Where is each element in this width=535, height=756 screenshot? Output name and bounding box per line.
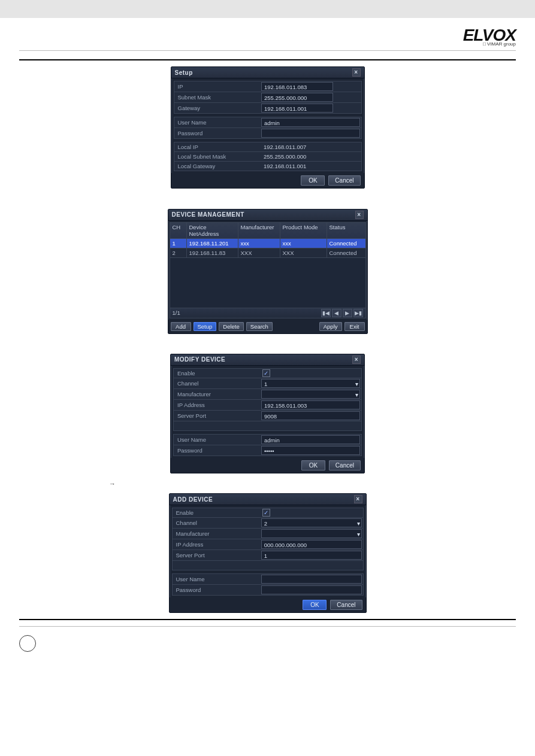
ip-field[interactable]: 000.000.000.000 <box>261 540 362 549</box>
pass-label: Password <box>174 445 260 456</box>
table-row[interactable]: 2 192.168.11.83 XXX XXX Connected <box>170 248 365 257</box>
user-field[interactable] <box>261 575 362 584</box>
first-page-icon[interactable]: ▮◀ <box>321 309 331 317</box>
channel-label: Channel <box>174 378 260 388</box>
brand-logo: ELVOX □ VIMAR group <box>463 28 516 47</box>
user-label: User Name <box>174 117 261 127</box>
channel-label: Channel <box>173 518 260 528</box>
mf-select[interactable]: ▾ <box>261 390 360 399</box>
channel-select[interactable]: 1▾ <box>261 379 360 388</box>
gateway-label: Gateway <box>174 103 261 113</box>
chevron-down-icon: ▾ <box>355 380 358 388</box>
modify-titlebar: MODIFY DEVICE × <box>171 354 364 366</box>
dm-table: CH Device NetAddress Manufacturer Produc… <box>170 222 366 318</box>
table-row[interactable]: 1 192.168.11.201 xxx xxx Connected <box>170 238 365 248</box>
add-device-dialog: ADD DEVICE × Enable✓ Channel2▾ Manufactu… <box>169 493 367 613</box>
ip-label: IP <box>174 81 261 92</box>
close-icon[interactable]: × <box>355 211 364 219</box>
add-title: ADD DEVICE <box>173 496 213 503</box>
ok-button[interactable]: OK <box>303 600 327 610</box>
ok-button[interactable]: OK <box>301 460 325 470</box>
mf-label: Manufacturer <box>174 389 260 399</box>
pass-field[interactable] <box>261 129 359 138</box>
close-icon[interactable]: × <box>352 356 361 364</box>
search-button[interactable]: Search <box>246 322 273 331</box>
divider-foot-light <box>19 626 516 627</box>
divider-top <box>19 50 516 51</box>
close-icon[interactable]: × <box>352 68 361 77</box>
enable-label: Enable <box>173 508 260 517</box>
exit-button[interactable]: Exit <box>344 322 365 331</box>
divider-section <box>19 59 516 60</box>
localsubnet-value: 255.255.000.000 <box>261 153 309 160</box>
body-text-2 <box>19 195 516 204</box>
port-label: Server Port <box>174 411 260 421</box>
col-mf: Manufacturer <box>238 223 280 238</box>
localgw-value: 192.168.011.001 <box>261 163 309 169</box>
device-management-dialog: DEVICE MANAGEMENT × CH Device NetAddress… <box>168 209 368 334</box>
chevron-down-icon: ▾ <box>357 520 360 527</box>
header: ELVOX □ VIMAR group <box>19 24 516 48</box>
add-titlebar: ADD DEVICE × <box>170 494 366 505</box>
localsubnet-label: Local Subnet Mask <box>174 152 261 161</box>
ip-field[interactable]: 192.158.011.003 <box>261 400 360 409</box>
setup-button[interactable]: Setup <box>194 322 217 331</box>
enable-label: Enable <box>174 369 260 378</box>
next-page-icon[interactable]: ▶ <box>343 309 352 317</box>
mf-select[interactable]: ▾ <box>261 529 362 538</box>
setup-title: Setup <box>175 69 193 76</box>
user-field[interactable]: admin <box>261 118 359 127</box>
ip-label: IP Address <box>174 400 260 410</box>
chevron-down-icon: ▾ <box>355 391 358 399</box>
cancel-button[interactable]: Cancel <box>330 600 362 610</box>
apply-button[interactable]: Apply <box>319 322 342 331</box>
close-icon[interactable]: × <box>354 495 362 503</box>
ip-field[interactable]: 192.168.011.083 <box>261 82 333 91</box>
ip-label: IP Address <box>173 539 260 549</box>
col-ip: Device NetAddress <box>187 223 238 238</box>
top-bar <box>0 0 535 18</box>
pass-label: Password <box>174 128 261 138</box>
page-content: ELVOX □ VIMAR group Setup × IP192.168.01… <box>0 18 535 664</box>
dm-pager: 1/1 ▮◀ ◀ ▶ ▶▮ <box>170 308 365 318</box>
col-st: Status <box>327 223 365 238</box>
dm-title: DEVICE MANAGEMENT <box>172 211 244 218</box>
chevron-down-icon: ▾ <box>357 530 360 538</box>
body-text-4: → <box>109 479 516 488</box>
mf-label: Manufacturer <box>173 529 260 539</box>
prev-page-icon[interactable]: ◀ <box>332 309 341 317</box>
ok-button[interactable]: OK <box>301 175 325 186</box>
pass-label: Password <box>173 585 260 595</box>
user-label: User Name <box>174 435 260 445</box>
dm-header-row: CH Device NetAddress Manufacturer Produc… <box>170 223 365 238</box>
setup-dialog: Setup × IP192.168.011.083 Subnet Mask255… <box>171 66 365 189</box>
enable-checkbox[interactable]: ✓ <box>262 369 270 377</box>
pass-field[interactable]: ••••• <box>261 446 360 455</box>
localgw-label: Local Gateway <box>174 162 261 171</box>
gateway-field[interactable]: 192.168.011.001 <box>261 104 333 113</box>
cancel-button[interactable]: Cancel <box>328 175 360 186</box>
setup-titlebar: Setup × <box>171 67 364 78</box>
channel-select[interactable]: 2▾ <box>261 518 362 527</box>
col-ch: CH <box>170 223 187 238</box>
delete-button[interactable]: Delete <box>219 322 243 331</box>
last-page-icon[interactable]: ▶▮ <box>353 309 363 317</box>
enable-checkbox[interactable]: ✓ <box>262 509 270 517</box>
pass-field[interactable] <box>261 585 362 594</box>
cancel-button[interactable]: Cancel <box>329 460 361 470</box>
modify-device-dialog: MODIFY DEVICE × Enable✓ Channel1▾ Manufa… <box>170 354 365 473</box>
subnet-field[interactable]: 255.255.000.000 <box>261 93 333 102</box>
col-pm: Product Mode <box>280 223 327 238</box>
arrow-icon: → <box>109 480 116 487</box>
body-text-3 <box>19 340 516 349</box>
add-button[interactable]: Add <box>171 322 191 331</box>
user-field[interactable]: admin <box>261 435 360 444</box>
subnet-label: Subnet Mask <box>174 92 261 102</box>
port-label: Server Port <box>173 550 260 560</box>
logo-text: ELVOX <box>463 28 516 42</box>
port-field[interactable]: 1 <box>261 551 362 560</box>
user-label: User Name <box>173 574 260 584</box>
dm-titlebar: DEVICE MANAGEMENT × <box>168 210 367 221</box>
port-field[interactable]: 9008 <box>261 411 360 420</box>
modify-title: MODIFY DEVICE <box>174 356 225 363</box>
